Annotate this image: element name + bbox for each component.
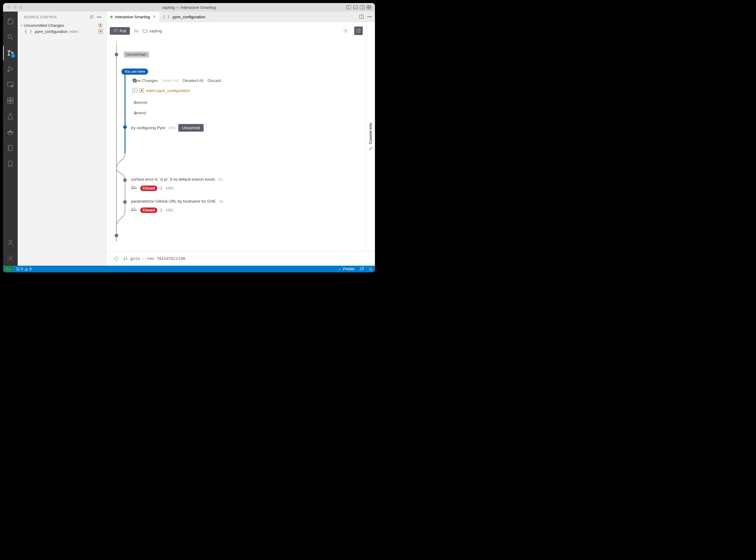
pr-closed-badge[interactable]: Closed bbox=[140, 185, 157, 191]
view-tree-icon[interactable] bbox=[89, 15, 94, 20]
close-icon[interactable] bbox=[152, 15, 156, 19]
cwd[interactable]: sapling bbox=[143, 28, 162, 33]
commit-0[interactable]: try configuring Pyre 25m Uncommit bbox=[131, 124, 203, 132]
more-icon[interactable] bbox=[367, 14, 372, 19]
layout-controls bbox=[346, 5, 371, 10]
uncommit-button[interactable]: Uncommit bbox=[178, 124, 203, 132]
svg-rect-27 bbox=[8, 145, 13, 151]
commit-info-label: Commit Info bbox=[369, 123, 373, 144]
file-row[interactable]: { } .pyre_configuration eden bbox=[18, 28, 106, 35]
svg-rect-20 bbox=[7, 101, 10, 103]
pr-comments[interactable]: 2 bbox=[160, 186, 162, 191]
discard-button[interactable]: Discard bbox=[208, 78, 221, 83]
changed-file[interactable]: eden/.pyre_configuration bbox=[132, 88, 190, 93]
svg-rect-2 bbox=[353, 5, 357, 9]
layout-panel-icon[interactable] bbox=[353, 5, 358, 10]
activity-accounts[interactable] bbox=[3, 235, 18, 250]
settings-button[interactable] bbox=[342, 26, 350, 35]
svg-point-41 bbox=[368, 17, 368, 17]
zoom-dot[interactable] bbox=[19, 5, 23, 9]
amend-action[interactable]: Amend bbox=[134, 111, 146, 115]
svg-point-30 bbox=[9, 257, 11, 259]
svg-rect-26 bbox=[9, 131, 11, 131]
commit-info-rail[interactable]: Commit Info bbox=[366, 22, 375, 251]
error-count: 0 bbox=[21, 267, 23, 271]
svg-rect-18 bbox=[7, 98, 10, 100]
status-feedback[interactable] bbox=[357, 267, 366, 271]
node-remote-main[interactable] bbox=[115, 53, 118, 56]
activity-remote-explorer[interactable] bbox=[3, 77, 18, 92]
sidebar-header: SOURCE CONTROL bbox=[18, 12, 106, 22]
commit-msg: try configuring Pyre bbox=[131, 125, 165, 130]
status-notifications[interactable] bbox=[366, 267, 375, 271]
svg-point-35 bbox=[99, 17, 99, 17]
comment-icon bbox=[131, 207, 135, 212]
pr-comments[interactable]: 2 bbox=[160, 208, 162, 212]
activity-explorer[interactable] bbox=[3, 14, 18, 28]
activity-notes[interactable] bbox=[3, 141, 18, 155]
svg-rect-7 bbox=[369, 5, 371, 7]
check-circle-icon bbox=[114, 256, 119, 261]
select-all-button[interactable]: Select All bbox=[162, 78, 178, 83]
svg-rect-6 bbox=[367, 5, 369, 7]
tabs: ❀ Interactive Smartlog { } .pyre_configu… bbox=[107, 12, 375, 22]
folder-icon bbox=[143, 28, 148, 33]
smartlog-view: Pull 6d sapling bbox=[107, 22, 366, 251]
warning-count: 0 bbox=[30, 267, 32, 271]
editor-group: ❀ Interactive Smartlog { } .pyre_configu… bbox=[107, 12, 375, 266]
activity-docker[interactable] bbox=[3, 125, 18, 140]
status-prettier[interactable]: Prettier bbox=[335, 267, 357, 271]
deselect-all-button[interactable]: Deselect All bbox=[182, 78, 203, 83]
svg-rect-19 bbox=[11, 98, 13, 100]
close-dot[interactable] bbox=[7, 5, 11, 9]
commit-ago: 2w bbox=[219, 199, 224, 203]
remote-main-label[interactable]: remote/main bbox=[124, 52, 149, 58]
layout-secondary-icon[interactable] bbox=[360, 5, 365, 10]
svg-rect-9 bbox=[369, 7, 371, 9]
node-head[interactable] bbox=[123, 125, 127, 129]
checkbox-checked[interactable] bbox=[132, 88, 137, 93]
section-uncommitted[interactable]: Uncommitted Changes 1 bbox=[18, 22, 106, 28]
commit-msg: surface error in `sl pr` if no default b… bbox=[131, 177, 215, 182]
pr-number[interactable]: #263 bbox=[166, 186, 174, 191]
split-editor-icon[interactable] bbox=[359, 14, 364, 19]
tab-pyre-config[interactable]: { } .pyre_configuration bbox=[160, 12, 209, 22]
traffic-lights[interactable] bbox=[7, 5, 23, 9]
activity-search[interactable] bbox=[3, 30, 18, 44]
terminal-output: sl goto --rev 7815d7621fd8 bbox=[107, 251, 375, 266]
activity-extensions[interactable] bbox=[3, 93, 18, 108]
activity-testing[interactable] bbox=[3, 109, 18, 124]
remote-indicator[interactable] bbox=[3, 266, 14, 273]
commit-2[interactable]: parameterize GitHub URL by hostname for … bbox=[131, 199, 224, 203]
commit-1[interactable]: surface error in `sl pr` if no default b… bbox=[131, 177, 223, 182]
pr-closed-badge[interactable]: Closed bbox=[140, 207, 157, 213]
node-commit-2[interactable] bbox=[123, 200, 127, 204]
svg-point-36 bbox=[100, 17, 101, 17]
pr-number[interactable]: #262 bbox=[166, 208, 174, 212]
pull-age: 6d bbox=[134, 28, 138, 33]
node-base[interactable] bbox=[115, 234, 118, 237]
activity-settings[interactable] bbox=[3, 251, 18, 266]
svg-point-10 bbox=[8, 35, 12, 38]
more-icon[interactable] bbox=[97, 15, 101, 20]
commit-action[interactable]: Commit bbox=[134, 100, 147, 105]
cloud-down-icon bbox=[113, 28, 118, 33]
chevron-down-icon bbox=[19, 23, 24, 28]
node-commit-1[interactable] bbox=[123, 178, 127, 182]
remote-icon bbox=[6, 267, 11, 271]
scm-badge: 1 bbox=[11, 54, 15, 58]
activity-debug[interactable] bbox=[3, 62, 18, 76]
svg-point-29 bbox=[9, 240, 12, 242]
refresh-button[interactable] bbox=[354, 26, 363, 35]
minimize-dot[interactable] bbox=[13, 5, 17, 9]
svg-line-11 bbox=[11, 38, 13, 40]
tab-smartlog[interactable]: ❀ Interactive Smartlog bbox=[107, 12, 160, 22]
svg-rect-0 bbox=[347, 5, 351, 9]
status-problems[interactable]: 0 0 bbox=[14, 267, 34, 271]
activity-scm[interactable]: 1 bbox=[3, 46, 18, 60]
layout-primary-icon[interactable] bbox=[346, 5, 351, 10]
activity-bookmark[interactable] bbox=[3, 157, 18, 171]
svg-point-12 bbox=[8, 51, 10, 52]
layout-customize-icon[interactable] bbox=[366, 5, 371, 10]
pull-button[interactable]: Pull bbox=[110, 27, 130, 35]
